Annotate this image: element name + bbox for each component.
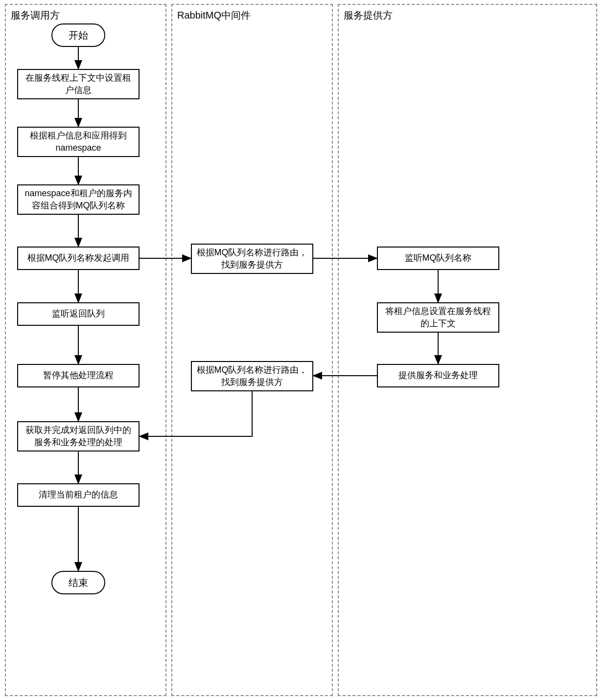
lane-title-provider: 服务提供方 (344, 9, 393, 22)
caller-step5-text: 监听返回队列 (52, 308, 105, 320)
caller-step2: 根据租户信息和应用得到namespace (17, 127, 140, 157)
caller-step7: 获取并完成对返回队列中的服务和业务处理的处理 (17, 421, 140, 452)
end-terminator: 结束 (51, 571, 105, 594)
provider-process-text: 提供服务和业务处理 (398, 369, 478, 382)
caller-step1-text: 在服务线程上下文中设置租户信息 (22, 72, 135, 96)
caller-step6-text: 暂停其他处理流程 (43, 369, 114, 382)
middleware-route2-text: 根据MQ队列名称进行路由，找到服务提供方 (196, 364, 308, 388)
provider-process: 提供服务和业务处理 (377, 364, 499, 387)
middleware-route2: 根据MQ队列名称进行路由，找到服务提供方 (191, 361, 313, 391)
caller-step2-text: 根据租户信息和应用得到namespace (22, 130, 135, 154)
provider-setctx: 将租户信息设置在服务线程的上下文 (377, 302, 499, 333)
provider-listen: 监听MQ队列名称 (377, 247, 499, 270)
middleware-route1-text: 根据MQ队列名称进行路由，找到服务提供方 (196, 247, 308, 271)
swimlane-diagram: 服务调用方 RabbitMQ中间件 服务提供方 开始 结束 在服务线程上下文中设… (0, 0, 607, 700)
lane-middleware: RabbitMQ中间件 (171, 4, 333, 696)
start-terminator: 开始 (51, 23, 105, 47)
caller-step3-text: namespace和租户的服务内容组合得到MQ队列名称 (22, 187, 135, 212)
caller-step7-text: 获取并完成对返回队列中的服务和业务处理的处理 (22, 424, 135, 449)
lane-title-caller: 服务调用方 (11, 9, 60, 22)
provider-listen-text: 监听MQ队列名称 (405, 252, 472, 264)
lane-title-middleware: RabbitMQ中间件 (177, 9, 251, 22)
middleware-route1: 根据MQ队列名称进行路由，找到服务提供方 (191, 244, 313, 274)
end-label: 结束 (69, 576, 88, 589)
start-label: 开始 (69, 29, 88, 42)
caller-step3: namespace和租户的服务内容组合得到MQ队列名称 (17, 184, 140, 215)
provider-setctx-text: 将租户信息设置在服务线程的上下文 (382, 305, 494, 330)
caller-step4: 根据MQ队列名称发起调用 (17, 247, 140, 270)
lane-provider: 服务提供方 (338, 4, 597, 696)
caller-step8: 清理当前租户的信息 (17, 483, 140, 507)
caller-step4-text: 根据MQ队列名称发起调用 (27, 252, 130, 264)
caller-step1: 在服务线程上下文中设置租户信息 (17, 69, 140, 99)
caller-step8-text: 清理当前租户的信息 (39, 489, 118, 501)
caller-step6: 暂停其他处理流程 (17, 364, 140, 387)
caller-step5: 监听返回队列 (17, 302, 140, 326)
